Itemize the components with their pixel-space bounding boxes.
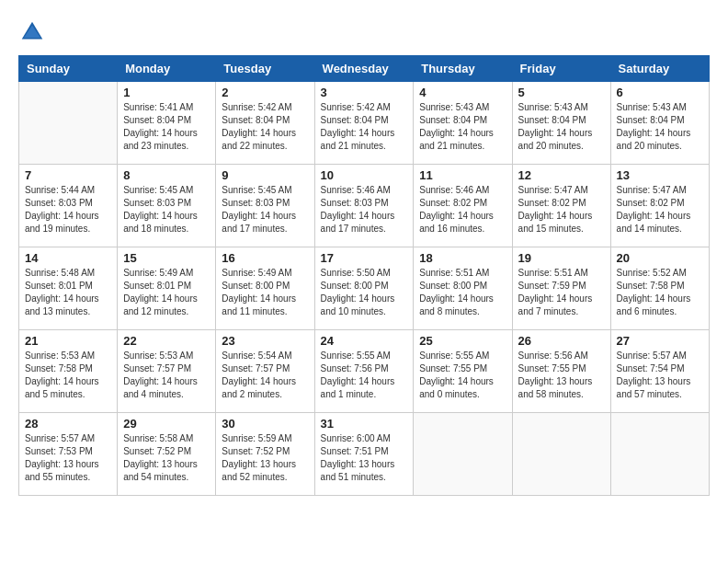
cell-info: Sunrise: 5:52 AM Sunset: 7:58 PM Dayligh… <box>617 267 703 318</box>
calendar-cell: 2Sunrise: 5:42 AM Sunset: 8:04 PM Daylig… <box>216 82 314 165</box>
calendar-cell: 11Sunrise: 5:46 AM Sunset: 8:02 PM Dayli… <box>414 165 512 247</box>
cell-info: Sunrise: 5:43 AM Sunset: 8:04 PM Dayligh… <box>419 101 506 153</box>
calendar-cell: 4Sunrise: 5:43 AM Sunset: 8:04 PM Daylig… <box>414 82 512 165</box>
calendar-header-friday: Friday <box>512 56 610 82</box>
cell-info: Sunrise: 5:41 AM Sunset: 8:04 PM Dayligh… <box>123 101 210 153</box>
cell-info: Sunrise: 5:46 AM Sunset: 8:03 PM Dayligh… <box>321 184 408 236</box>
cell-info: Sunrise: 5:48 AM Sunset: 8:01 PM Dayligh… <box>25 267 111 318</box>
calendar-week-row: 1Sunrise: 5:41 AM Sunset: 8:04 PM Daylig… <box>19 82 710 165</box>
calendar-cell: 15Sunrise: 5:49 AM Sunset: 8:01 PM Dayli… <box>118 247 216 330</box>
day-number: 1 <box>123 86 210 99</box>
day-number: 30 <box>222 417 308 431</box>
calendar-header-monday: Monday <box>118 56 216 82</box>
day-number: 4 <box>419 86 506 99</box>
cell-info: Sunrise: 5:55 AM Sunset: 7:56 PM Dayligh… <box>321 350 408 401</box>
calendar-header-row: SundayMondayTuesdayWednesdayThursdayFrid… <box>19 56 710 82</box>
calendar-cell: 24Sunrise: 5:55 AM Sunset: 7:56 PM Dayli… <box>314 330 414 413</box>
calendar-header-tuesday: Tuesday <box>216 56 314 82</box>
day-number: 12 <box>518 168 605 182</box>
calendar-cell <box>19 82 118 165</box>
calendar-cell <box>414 413 512 496</box>
cell-info: Sunrise: 5:43 AM Sunset: 8:04 PM Dayligh… <box>617 101 703 153</box>
day-number: 31 <box>321 417 408 431</box>
calendar-cell: 19Sunrise: 5:51 AM Sunset: 7:59 PM Dayli… <box>512 247 610 330</box>
logo-icon <box>18 18 46 46</box>
calendar-cell: 7Sunrise: 5:44 AM Sunset: 8:03 PM Daylig… <box>19 165 118 247</box>
day-number: 5 <box>518 86 605 99</box>
day-number: 17 <box>321 251 408 265</box>
calendar-cell: 3Sunrise: 5:42 AM Sunset: 8:04 PM Daylig… <box>314 82 414 165</box>
cell-info: Sunrise: 5:45 AM Sunset: 8:03 PM Dayligh… <box>123 184 210 236</box>
calendar-cell: 6Sunrise: 5:43 AM Sunset: 8:04 PM Daylig… <box>610 82 709 165</box>
calendar-cell: 21Sunrise: 5:53 AM Sunset: 7:58 PM Dayli… <box>19 330 118 413</box>
day-number: 11 <box>419 168 506 182</box>
cell-info: Sunrise: 5:55 AM Sunset: 7:55 PM Dayligh… <box>419 350 506 401</box>
calendar-table: SundayMondayTuesdayWednesdayThursdayFrid… <box>18 55 710 496</box>
day-number: 21 <box>25 334 111 348</box>
day-number: 7 <box>25 168 111 182</box>
calendar-cell: 13Sunrise: 5:47 AM Sunset: 8:02 PM Dayli… <box>610 165 709 247</box>
cell-info: Sunrise: 5:59 AM Sunset: 7:52 PM Dayligh… <box>222 432 308 484</box>
calendar-cell: 25Sunrise: 5:55 AM Sunset: 7:55 PM Dayli… <box>414 330 512 413</box>
logo <box>18 18 50 46</box>
calendar-header-wednesday: Wednesday <box>314 56 414 82</box>
day-number: 26 <box>518 334 605 348</box>
calendar-header-thursday: Thursday <box>414 56 512 82</box>
calendar-cell: 27Sunrise: 5:57 AM Sunset: 7:54 PM Dayli… <box>610 330 709 413</box>
cell-info: Sunrise: 5:50 AM Sunset: 8:00 PM Dayligh… <box>321 267 408 318</box>
cell-info: Sunrise: 5:57 AM Sunset: 7:53 PM Dayligh… <box>25 432 111 484</box>
calendar-cell: 16Sunrise: 5:49 AM Sunset: 8:00 PM Dayli… <box>216 247 314 330</box>
calendar-cell: 29Sunrise: 5:58 AM Sunset: 7:52 PM Dayli… <box>118 413 216 496</box>
day-number: 18 <box>419 251 506 265</box>
cell-info: Sunrise: 5:49 AM Sunset: 8:01 PM Dayligh… <box>123 267 210 318</box>
day-number: 19 <box>518 251 605 265</box>
calendar-cell <box>512 413 610 496</box>
calendar-cell: 10Sunrise: 5:46 AM Sunset: 8:03 PM Dayli… <box>314 165 414 247</box>
day-number: 9 <box>222 168 308 182</box>
calendar-cell: 18Sunrise: 5:51 AM Sunset: 8:00 PM Dayli… <box>414 247 512 330</box>
day-number: 13 <box>617 168 703 182</box>
cell-info: Sunrise: 5:53 AM Sunset: 7:58 PM Dayligh… <box>25 350 111 401</box>
calendar-cell: 14Sunrise: 5:48 AM Sunset: 8:01 PM Dayli… <box>19 247 118 330</box>
calendar-week-row: 7Sunrise: 5:44 AM Sunset: 8:03 PM Daylig… <box>19 165 710 247</box>
calendar-week-row: 28Sunrise: 5:57 AM Sunset: 7:53 PM Dayli… <box>19 413 710 496</box>
calendar-week-row: 14Sunrise: 5:48 AM Sunset: 8:01 PM Dayli… <box>19 247 710 330</box>
day-number: 28 <box>25 417 111 431</box>
calendar-cell: 5Sunrise: 5:43 AM Sunset: 8:04 PM Daylig… <box>512 82 610 165</box>
cell-info: Sunrise: 5:57 AM Sunset: 7:54 PM Dayligh… <box>617 350 703 401</box>
cell-info: Sunrise: 5:42 AM Sunset: 8:04 PM Dayligh… <box>321 101 408 153</box>
day-number: 3 <box>321 86 408 99</box>
cell-info: Sunrise: 5:46 AM Sunset: 8:02 PM Dayligh… <box>419 184 506 236</box>
calendar-cell: 30Sunrise: 5:59 AM Sunset: 7:52 PM Dayli… <box>216 413 314 496</box>
day-number: 8 <box>123 168 210 182</box>
cell-info: Sunrise: 5:51 AM Sunset: 8:00 PM Dayligh… <box>419 267 506 318</box>
cell-info: Sunrise: 5:43 AM Sunset: 8:04 PM Dayligh… <box>518 101 605 153</box>
day-number: 20 <box>617 251 703 265</box>
cell-info: Sunrise: 5:44 AM Sunset: 8:03 PM Dayligh… <box>25 184 111 236</box>
cell-info: Sunrise: 5:47 AM Sunset: 8:02 PM Dayligh… <box>617 184 703 236</box>
day-number: 10 <box>321 168 408 182</box>
calendar-cell: 23Sunrise: 5:54 AM Sunset: 7:57 PM Dayli… <box>216 330 314 413</box>
calendar-header-sunday: Sunday <box>19 56 118 82</box>
day-number: 29 <box>123 417 210 431</box>
cell-info: Sunrise: 5:54 AM Sunset: 7:57 PM Dayligh… <box>222 350 308 401</box>
cell-info: Sunrise: 5:49 AM Sunset: 8:00 PM Dayligh… <box>222 267 308 318</box>
day-number: 25 <box>419 334 506 348</box>
calendar-cell: 12Sunrise: 5:47 AM Sunset: 8:02 PM Dayli… <box>512 165 610 247</box>
day-number: 14 <box>25 251 111 265</box>
cell-info: Sunrise: 5:56 AM Sunset: 7:55 PM Dayligh… <box>518 350 605 401</box>
day-number: 2 <box>222 86 308 99</box>
calendar-cell: 22Sunrise: 5:53 AM Sunset: 7:57 PM Dayli… <box>118 330 216 413</box>
cell-info: Sunrise: 5:45 AM Sunset: 8:03 PM Dayligh… <box>222 184 308 236</box>
calendar-cell: 31Sunrise: 6:00 AM Sunset: 7:51 PM Dayli… <box>314 413 414 496</box>
day-number: 23 <box>222 334 308 348</box>
calendar-cell <box>610 413 709 496</box>
calendar-cell: 9Sunrise: 5:45 AM Sunset: 8:03 PM Daylig… <box>216 165 314 247</box>
calendar-cell: 26Sunrise: 5:56 AM Sunset: 7:55 PM Dayli… <box>512 330 610 413</box>
calendar-cell: 1Sunrise: 5:41 AM Sunset: 8:04 PM Daylig… <box>118 82 216 165</box>
calendar-cell: 20Sunrise: 5:52 AM Sunset: 7:58 PM Dayli… <box>610 247 709 330</box>
cell-info: Sunrise: 5:58 AM Sunset: 7:52 PM Dayligh… <box>123 432 210 484</box>
day-number: 15 <box>123 251 210 265</box>
day-number: 22 <box>123 334 210 348</box>
day-number: 16 <box>222 251 308 265</box>
